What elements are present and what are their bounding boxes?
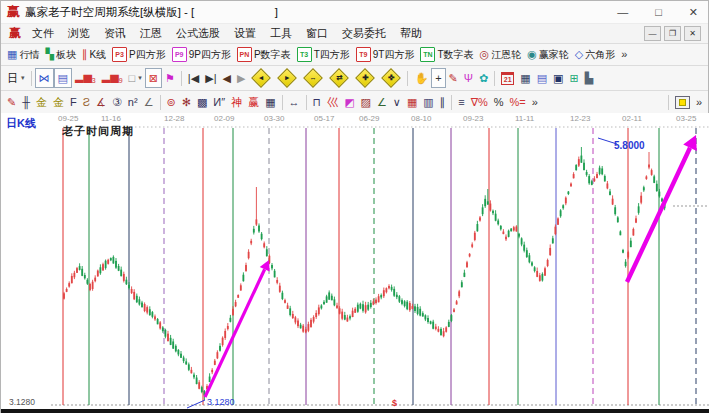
calculator-button[interactable]: ▦ (517, 69, 533, 87)
calendar-button[interactable]: 21 (498, 69, 517, 87)
prev-button-icon: ◀ (223, 73, 231, 84)
gann-grid-button[interactable]: ╫ (19, 94, 33, 112)
frame-tool-button[interactable]: ⊓ (310, 94, 325, 112)
percent-button[interactable]: % (491, 94, 507, 112)
first-button[interactable]: |◀ (185, 69, 202, 87)
parallel-button[interactable]: ∥ (437, 94, 449, 112)
protractor-button[interactable]: ∠ (141, 94, 157, 112)
crosshair-button[interactable]: + (431, 68, 445, 88)
notebook-button[interactable]: ▤ (54, 68, 72, 88)
dense-grid-button[interactable]: ▦ (262, 94, 278, 112)
fan-box-button-icon: ◩ (344, 97, 354, 108)
percent-down-button[interactable]: ∇% (468, 94, 491, 112)
wave-tool-button[interactable]: ✿ (476, 69, 491, 87)
winner-wheel-button[interactable]: ◉赢家轮 (524, 46, 572, 64)
p-square-button[interactable]: P3P四方形 (109, 46, 169, 64)
menu-item-browse[interactable]: 浏览 (61, 26, 97, 41)
menu-item-formula-stock-picker[interactable]: 公式选股 (169, 26, 227, 41)
child-window-icon[interactable]: 赢 (9, 25, 21, 42)
t-square-button[interactable]: T3T四方形 (294, 46, 353, 64)
data-transfer-button[interactable]: ▙ (582, 69, 596, 87)
shen-button[interactable]: 神 (228, 94, 245, 112)
menu-item-help[interactable]: 帮助 (393, 26, 429, 41)
fan-lines-button[interactable]: 巛 (324, 94, 341, 112)
next-button[interactable]: ▶ (234, 69, 248, 87)
flag-button[interactable]: ⚑ (162, 69, 178, 87)
wave-mark-button[interactable]: И″ (210, 94, 228, 112)
fan-box-button[interactable]: ◩ (341, 94, 357, 112)
box-fan-button[interactable]: ▨ (358, 94, 374, 112)
mdi-close-button[interactable]: ✕ (684, 26, 701, 41)
k9-chart-button[interactable]: ▂▅9 (99, 69, 126, 87)
ying-button[interactable]: 赢 (245, 94, 262, 112)
cycle-all-button[interactable]: ✜ (378, 69, 404, 87)
network-button[interactable]: ⊞ (566, 69, 581, 87)
spiral-button-icon: ⊚ (167, 97, 176, 108)
pen-angle-button[interactable]: ∡ (93, 94, 109, 112)
pattern-button[interactable]: ⊠ (145, 68, 162, 88)
candlestick-chart[interactable] (1, 113, 709, 409)
t-square-button-icon: T3 (297, 47, 312, 62)
maximize-button[interactable]: □ (655, 6, 662, 18)
circle3-button-icon: ③ (112, 97, 122, 108)
col-grid-button[interactable]: ▥ (420, 94, 436, 112)
menu-item-gann[interactable]: 江恩 (133, 26, 169, 41)
close-button[interactable]: ✕ (689, 6, 698, 19)
report-button[interactable]: ▤ (534, 69, 550, 87)
percent-line-button[interactable]: %= (507, 94, 529, 112)
pen-tool-button[interactable]: ✎ (4, 94, 19, 112)
measure-button[interactable]: ↔ (286, 94, 303, 112)
minimize-button[interactable]: — (617, 6, 628, 18)
mdi-minimize-button[interactable]: — (644, 26, 661, 41)
gold-grid-button[interactable]: 金 (33, 94, 50, 112)
layout-overflow-button[interactable]: » (693, 94, 705, 112)
v-lines-button[interactable]: ∨ (390, 94, 404, 112)
cycle-right-button[interactable]: ▸ (274, 69, 300, 87)
9t-square-button[interactable]: T99T四方形 (353, 46, 418, 64)
compress-button[interactable]: ⋈ (35, 68, 54, 88)
drawing-overflow-button[interactable]: » (529, 94, 541, 112)
toolbar-overflow-button[interactable]: » (618, 46, 630, 64)
t-number-table-button[interactable]: TNT数字表 (417, 46, 476, 64)
f-grid-button[interactable]: F (67, 94, 80, 112)
menu-item-file[interactable]: 文件 (25, 26, 61, 41)
gold-square-button[interactable]: 金 (50, 94, 67, 112)
quotes-button[interactable]: ▦行情 (4, 46, 42, 64)
cycle-swap-button[interactable]: ⇄ (326, 69, 352, 87)
menu-item-trade-entrust[interactable]: 交易委托 (335, 26, 393, 41)
layout-panel-button[interactable] (672, 94, 693, 112)
menu-item-news[interactable]: 资讯 (97, 26, 133, 41)
menu-item-tools[interactable]: 工具 (263, 26, 299, 41)
red-grid-button[interactable]: ▦ (404, 94, 420, 112)
sectors-button[interactable]: ▚板块 (42, 46, 78, 64)
prev-button[interactable]: ◀ (220, 69, 234, 87)
levels-button[interactable]: ≡ (455, 94, 467, 112)
star-button[interactable]: ✻ (179, 94, 194, 112)
pointer-tool-button[interactable]: ✎ (446, 69, 461, 87)
dark-grid-button[interactable]: ▩ (194, 94, 210, 112)
save-button[interactable]: ▣ (550, 69, 566, 87)
period-day-button[interactable]: 日▾ (4, 69, 28, 87)
circle3-button[interactable]: ③ (109, 94, 125, 112)
cycle-expand-button[interactable]: ↔ (300, 69, 326, 87)
n2-grid-button[interactable]: n² (125, 94, 141, 112)
last-button[interactable]: ▶| (202, 69, 219, 87)
spiral-button[interactable]: ⊚ (164, 94, 179, 112)
p-number-table-button[interactable]: PNP数字表 (234, 46, 294, 64)
9p-square-button[interactable]: P99P四方形 (169, 46, 234, 64)
kline-button-icon: ∥ (82, 49, 88, 60)
k3-chart-button[interactable]: ▂▅3 (72, 69, 99, 87)
mdi-restore-button[interactable]: ❐ (664, 26, 681, 41)
angle-lines-button[interactable]: ∠ (374, 94, 390, 112)
gann-tool-button[interactable]: Ψ (461, 69, 476, 87)
hand-tool-button[interactable]: ✋ (411, 69, 431, 87)
menu-item-settings[interactable]: 设置 (227, 26, 263, 41)
hexagon-button[interactable]: ◇六角形 (572, 46, 618, 64)
candle-style-button[interactable]: □▾ (126, 69, 145, 87)
cycle-cross-button[interactable]: ✚ (352, 69, 378, 87)
gann-wheel-button[interactable]: ◎江恩轮 (477, 46, 525, 64)
cycle-left-button[interactable]: ◂ (248, 69, 274, 87)
menu-item-window[interactable]: 窗口 (299, 26, 335, 41)
spiral5-button[interactable]: Ƨ (80, 94, 93, 112)
kline-button[interactable]: ∥K线 (79, 46, 109, 64)
